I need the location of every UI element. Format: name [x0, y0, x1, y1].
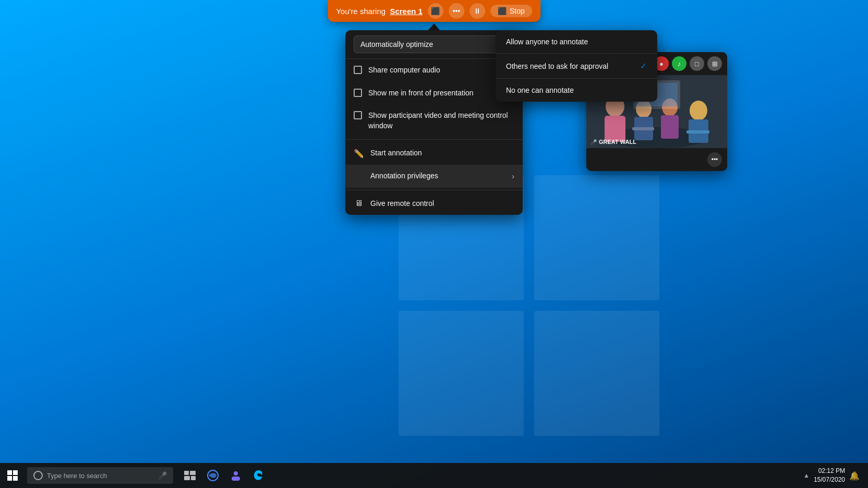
clock-date: 15/07/2020: [814, 475, 845, 484]
show-participant-item[interactable]: Show participant video and meeting contr…: [345, 104, 523, 137]
mic-icon: 🎤: [158, 471, 167, 480]
task-view-icon: [184, 471, 196, 480]
taskbar-right: ▲ 02:12 PM 15/07/2020 🔔: [803, 467, 868, 484]
meeting-controls: ● ♪ □ ⊞: [654, 56, 722, 71]
start-annotation-label: Start annotation: [370, 148, 422, 158]
show-participant-label: Show participant video and meeting contr…: [368, 111, 514, 131]
tray-arrow[interactable]: ▲: [803, 472, 810, 479]
meeting-more-btn[interactable]: •••: [707, 152, 722, 167]
notification-button[interactable]: 🔔: [849, 471, 860, 481]
svg-rect-8: [661, 115, 679, 139]
annotation-privileges-label: Annotation privileges: [370, 171, 438, 181]
system-tray: ▲: [803, 472, 810, 479]
meeting-layout-button[interactable]: ⊞: [707, 56, 722, 71]
more-options-button[interactable]: •••: [449, 3, 464, 19]
give-remote-control-label: Give remote control: [370, 199, 434, 209]
svg-rect-17: [191, 476, 196, 480]
sharing-screen-label[interactable]: Screen 1: [390, 7, 423, 16]
show-participant-checkbox[interactable]: [354, 111, 362, 119]
edge-icon: [207, 469, 219, 482]
browser-app-button[interactable]: [202, 465, 223, 486]
give-remote-control-item[interactable]: 🖥 Give remote control: [345, 192, 523, 215]
svg-rect-15: [190, 471, 196, 475]
teams-app-button[interactable]: [225, 465, 246, 486]
svg-point-9: [690, 101, 707, 120]
edge-browser-icon: [252, 469, 265, 482]
task-view-button[interactable]: [179, 465, 200, 486]
taskbar: Type here to search 🎤: [0, 463, 868, 488]
svg-rect-6: [632, 127, 654, 130]
others-ask-approval-label: Others need to ask for approval: [506, 62, 608, 70]
others-ask-approval-item[interactable]: Others need to ask for approval ✓: [496, 54, 657, 78]
search-icon: [33, 471, 43, 480]
menu-divider-2: [345, 190, 523, 190]
annotation-privileges-submenu: Allow anyone to annotate Others need to …: [496, 30, 657, 102]
meeting-bottom-row: •••: [586, 148, 727, 171]
meeting-audio-button[interactable]: ♪: [672, 56, 686, 71]
start-button[interactable]: [0, 463, 25, 488]
share-audio-checkbox[interactable]: [354, 66, 362, 74]
svg-rect-16: [184, 476, 190, 480]
no-one-annotate-item[interactable]: No one can annotate: [496, 79, 657, 102]
allow-anyone-label: Allow anyone to annotate: [506, 38, 588, 46]
show-me-label: Show me in front of presentation: [368, 88, 474, 99]
stop-label: Stop: [510, 7, 525, 15]
annotation-icon: ✏️: [354, 149, 364, 158]
allow-anyone-item[interactable]: Allow anyone to annotate: [496, 30, 657, 53]
monitor-button[interactable]: ⬛: [428, 3, 443, 19]
pause-button[interactable]: ⏸: [469, 3, 485, 19]
optimize-select[interactable]: Automatically optimize ▾: [354, 35, 514, 53]
edge-app-button[interactable]: [248, 465, 269, 486]
mic-icon: 🎤: [590, 139, 597, 145]
start-annotation-item[interactable]: ✏️ Start annotation: [345, 142, 523, 165]
desktop: You're sharing Screen 1 ⬛ ••• ⏸ ⬛ Stop A…: [0, 0, 868, 488]
taskbar-search-box[interactable]: Type here to search 🎤: [27, 467, 173, 484]
annotation-privileges-item[interactable]: Annotation privileges ›: [345, 165, 523, 188]
svg-rect-14: [184, 471, 189, 475]
sharing-bar: You're sharing Screen 1 ⬛ ••• ⏸ ⬛ Stop: [328, 0, 540, 22]
sharing-text-label: You're sharing: [336, 7, 385, 16]
clock-time: 02:12 PM: [814, 467, 845, 475]
svg-rect-20: [232, 477, 240, 481]
share-audio-label: Share computer audio: [368, 65, 440, 76]
clock: 02:12 PM 15/07/2020: [814, 467, 845, 484]
chevron-right-icon: ›: [512, 172, 514, 180]
svg-point-19: [234, 471, 238, 475]
no-one-annotate-label: No one can annotate: [506, 86, 574, 94]
annotation-privileges-left: Annotation privileges: [354, 171, 438, 181]
stop-button[interactable]: ⬛ Stop: [490, 5, 532, 17]
svg-rect-3: [605, 116, 625, 142]
others-ask-approval-check-icon: ✓: [640, 61, 647, 71]
windows-icon: [7, 470, 18, 481]
taskbar-apps: [179, 465, 269, 486]
optimize-select-label: Automatically optimize: [360, 40, 433, 48]
show-me-checkbox[interactable]: [354, 89, 362, 97]
dropdown-arrow: [428, 23, 440, 31]
sharing-text: You're sharing Screen 1: [336, 7, 423, 16]
teams-icon: [230, 469, 242, 482]
menu-divider-1: [345, 139, 523, 140]
remote-control-icon: 🖥: [354, 199, 364, 208]
search-placeholder: Type here to search: [47, 472, 107, 480]
meeting-participants-button[interactable]: □: [690, 56, 704, 71]
meeting-room-label: 🎤 GREAT WALL: [590, 139, 636, 145]
svg-rect-11: [686, 130, 709, 133]
meeting-room-name: GREAT WALL: [599, 139, 636, 145]
stop-icon: ⬛: [498, 7, 507, 15]
